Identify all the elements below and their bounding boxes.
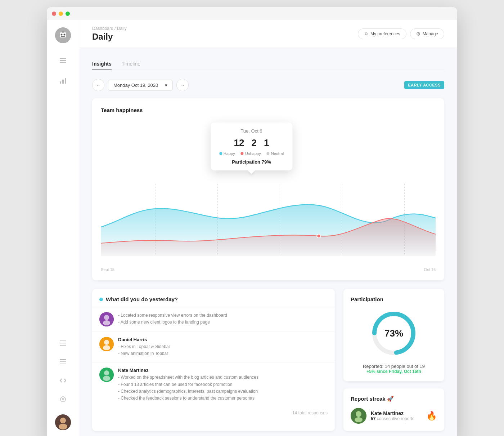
svg-point-45 (355, 417, 363, 422)
activity-text: Kate Martinez - Worked on the spreadshee… (118, 368, 328, 402)
main-content: Dashboard / Daily Daily My preferences M… (79, 20, 457, 436)
right-column: Participation 73% (343, 289, 444, 431)
participation-info: Reported: 14 people out of 19 +5% since … (351, 364, 437, 374)
app-window: Dashboard / Daily Daily My preferences M… (47, 7, 457, 436)
breadcrumb: Dashboard / Daily (92, 26, 126, 31)
activity-title: What did you do yesterday? (106, 296, 178, 302)
activity-card: What did you do yesterday? - Locate (92, 289, 335, 431)
avatar (99, 368, 114, 382)
list-item: Kate Martinez - Worked on the spreadshee… (92, 362, 335, 407)
svg-rect-5 (62, 31, 64, 33)
streak-card: Report streak 🚀 Kate Martinez 57 cons (343, 388, 444, 431)
happy-label: Happy (219, 151, 235, 156)
svg-rect-14 (60, 345, 66, 346)
streak-person: Kate Martinez 57 consecutive reports 🔥 (351, 408, 437, 424)
svg-point-34 (103, 320, 110, 325)
donut-percentage: 73% (384, 328, 403, 339)
maximize-button[interactable] (66, 12, 70, 16)
tooltip-date: Tue, Oct 6 (219, 128, 284, 134)
svg-point-3 (63, 34, 65, 36)
minimize-button[interactable] (59, 12, 63, 16)
svg-rect-15 (60, 359, 66, 360)
content-area: Insights Timeline ← Monday Oct 19, 2020 … (79, 48, 457, 436)
donut-chart: 73% (351, 308, 437, 359)
date-select[interactable]: Monday Oct 19, 2020 ▾ (108, 80, 173, 91)
tab-timeline[interactable]: Timeline (122, 58, 140, 70)
unhappy-dot (241, 152, 244, 155)
user-avatar-bottom[interactable] (55, 414, 71, 430)
svg-point-37 (103, 345, 110, 350)
manage-button[interactable]: Manage (410, 28, 444, 39)
tabs: Insights Timeline (92, 58, 444, 70)
svg-rect-9 (60, 81, 61, 84)
sidebar-list-icon[interactable] (57, 337, 69, 350)
close-button[interactable] (52, 12, 56, 16)
page-title: Daily (92, 32, 126, 42)
early-access-badge: EARLY ACCESS (404, 81, 444, 89)
happiness-chart[interactable] (101, 184, 436, 263)
activity-footer: 14 total responses (92, 407, 335, 415)
avatar[interactable] (55, 27, 71, 43)
chart-point[interactable] (317, 234, 321, 238)
tooltip-stats: 12 2 1 (219, 137, 284, 148)
avatar (99, 337, 114, 351)
svg-rect-10 (62, 80, 64, 84)
streak-name: Kate Martinez (371, 410, 422, 416)
streak-fire-icon: 🔥 (426, 411, 437, 421)
neutral-label: Neutral (267, 151, 284, 156)
svg-point-2 (60, 34, 62, 36)
next-date-button[interactable]: → (176, 79, 189, 91)
svg-point-44 (356, 411, 361, 417)
streak-info: Kate Martinez 57 consecutive reports (371, 410, 422, 421)
svg-point-22 (60, 418, 66, 423)
sidebar-bottom (55, 337, 71, 434)
sidebar (47, 20, 79, 436)
tooltip-neutral: 1 (264, 137, 269, 148)
chart-label-start: Sept 15 (101, 267, 114, 272)
avatar (99, 312, 114, 326)
tab-insights[interactable]: Insights (92, 58, 112, 70)
chart-labels: Sept 15 Oct 15 (101, 267, 436, 272)
activity-text: Daniel Harris - Fixes in Topbar & Sideba… (118, 337, 328, 357)
sidebar-close-icon[interactable] (57, 393, 69, 406)
sidebar-chart-icon[interactable] (57, 74, 69, 87)
svg-point-39 (104, 370, 109, 375)
prev-date-button[interactable]: ← (92, 79, 104, 91)
happy-dot (219, 152, 222, 155)
activity-dot (99, 298, 103, 301)
topbar: Dashboard / Daily Daily My preferences M… (79, 20, 457, 48)
svg-rect-13 (60, 343, 66, 343)
list-item: - Located some responsive view errors on… (92, 307, 335, 332)
sidebar-split-icon[interactable] (57, 355, 69, 368)
svg-rect-6 (60, 58, 66, 59)
bottom-grid: What did you do yesterday? - Locate (92, 289, 444, 431)
svg-point-36 (104, 340, 109, 345)
svg-point-23 (59, 424, 67, 430)
titlebar (47, 7, 457, 20)
chart-card: Team happiness Tue, Oct 6 12 2 (92, 98, 444, 280)
unhappy-label: Unhappy (241, 151, 261, 156)
preferences-button[interactable]: My preferences (358, 28, 406, 39)
svg-rect-8 (60, 62, 66, 63)
streak-title: Report streak 🚀 (351, 396, 437, 402)
chevron-down-icon: ▾ (165, 83, 167, 88)
topbar-actions: My preferences Manage (358, 28, 444, 39)
tooltip-participation: Participation 79% (219, 159, 284, 165)
activity-text: - Located some responsive view errors on… (118, 312, 328, 326)
list-item: Daniel Harris - Fixes in Topbar & Sideba… (92, 332, 335, 362)
participation-delta: +5% since Friday, Oct 16th (351, 369, 437, 374)
chart-title: Team happiness (101, 107, 436, 113)
svg-point-26 (418, 34, 419, 35)
svg-rect-17 (60, 364, 66, 364)
svg-rect-7 (60, 60, 66, 61)
svg-rect-4 (61, 36, 65, 37)
chart-label-end: Oct 15 (424, 267, 436, 272)
svg-rect-16 (60, 361, 66, 362)
neutral-dot (267, 152, 270, 155)
svg-rect-11 (65, 78, 66, 84)
activity-header: What did you do yesterday? (92, 296, 335, 307)
sidebar-menu-icon[interactable] (57, 54, 69, 67)
tooltip-arrow (248, 170, 255, 174)
sidebar-code-icon[interactable] (57, 374, 69, 387)
svg-rect-12 (60, 341, 66, 341)
